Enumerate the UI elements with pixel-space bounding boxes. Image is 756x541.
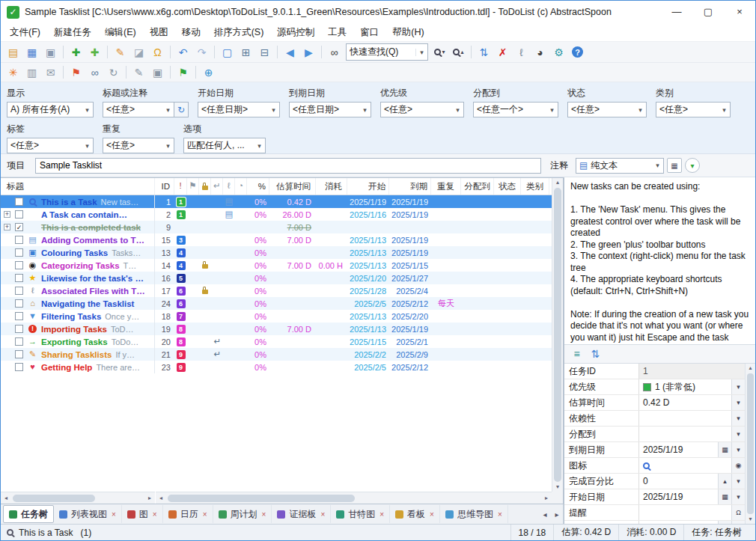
task-row[interactable]: ▤Adding Comments to T…1530%7.00 D2025/1/… — [1, 233, 552, 246]
new-task-below-button[interactable]: ✳ — [4, 64, 22, 80]
help-button[interactable]: ? — [569, 44, 586, 60]
start-date-calendar-button[interactable]: ▦ — [718, 489, 731, 504]
task-row[interactable]: →Exporting TasksToDo…208↵0%2025/1/152025… — [1, 335, 552, 348]
comments-format-combo[interactable]: ▤ 纯文本 ▾ — [576, 158, 664, 174]
group-attributes-button[interactable]: ≡ — [568, 346, 585, 362]
track-time-button[interactable]: ◕ — [531, 44, 549, 60]
task-checkbox[interactable] — [15, 287, 23, 295]
set-category-button[interactable]: ⚑ — [174, 64, 192, 80]
priority-dropdown-button[interactable]: ▾ — [731, 379, 745, 394]
column-header-spent[interactable]: 消耗 — [316, 178, 347, 195]
collapse-tasks-button[interactable]: ⊟ — [256, 44, 273, 60]
save-tasklist-button[interactable]: ▦ — [23, 44, 40, 60]
attribute-value[interactable]: 2025/1/19 — [639, 442, 718, 457]
vertical-scroll-thumb[interactable] — [554, 188, 561, 482]
view-tab-list-view[interactable]: 列表视图× — [54, 505, 122, 523]
column-header-dependency[interactable]: ↵ — [211, 178, 223, 195]
column-header-priority[interactable]: ! — [174, 178, 187, 195]
task-checkbox[interactable] — [15, 198, 23, 206]
horizontal-scroll-thumb[interactable] — [168, 495, 355, 502]
scroll-right-icon[interactable]: ▸ — [144, 494, 155, 503]
menu-item[interactable]: 文件(F) — [3, 24, 47, 41]
column-header-percent[interactable]: % — [247, 178, 269, 195]
new-subtask-button[interactable]: ✚ — [86, 44, 103, 60]
menu-item[interactable]: 窗口 — [353, 24, 385, 41]
link-tasks-button[interactable]: ∞ — [86, 64, 103, 80]
estimate-units-button[interactable]: ▾ — [731, 395, 745, 410]
vertical-scroll-thumb[interactable] — [747, 373, 754, 514]
copy-task-button[interactable]: ▣ — [149, 64, 166, 80]
browse-url-button[interactable]: ⊕ — [200, 64, 217, 80]
close-tab-icon[interactable]: × — [379, 510, 384, 519]
task-row[interactable]: +A Task can contain…21▤0%26.00 D2025/1/1… — [1, 208, 552, 221]
scroll-down-icon[interactable]: ▾ — [552, 483, 563, 492]
task-row[interactable]: ℓAssociated Files with T…1760%2025/1/282… — [1, 284, 552, 297]
task-checkbox[interactable] — [15, 248, 23, 257]
attributes-scrollbar[interactable]: ▴ ▾ — [745, 364, 755, 524]
maximize-button[interactable]: ▢ — [692, 1, 724, 23]
view-tab-mind-map[interactable]: 思维导图× — [440, 505, 508, 523]
menu-item[interactable]: 移动 — [175, 24, 207, 41]
task-row[interactable]: ▣Colouring TasksTasks…1340%2025/1/132025… — [1, 246, 552, 259]
undo-button[interactable]: ↶ — [174, 44, 192, 60]
expand-toggle[interactable]: + — [4, 224, 10, 230]
column-header-filelink[interactable]: ℓ — [223, 178, 235, 195]
task-row[interactable]: ⌂Navigating the Tasklist2460%2025/2/5202… — [1, 297, 552, 310]
collapse-comments-button[interactable]: ▾ — [685, 158, 700, 173]
filter-combo[interactable]: <任意>▾ — [103, 138, 174, 153]
comments-text[interactable]: New tasks can be created using: 1. The '… — [564, 177, 755, 345]
scroll-up-icon[interactable]: ▴ — [552, 178, 563, 187]
task-row[interactable]: ★Likewise for the task's …1650%2025/1/20… — [1, 272, 552, 284]
filter-combo[interactable]: <任意>▾ — [656, 102, 731, 117]
tasklist-vertical-scrollbar[interactable]: ▴ ▾ — [552, 178, 563, 492]
column-header-repeat[interactable]: 重复 — [431, 178, 461, 195]
spellcheck-button[interactable]: ✎ — [130, 64, 147, 80]
filter-combo[interactable]: <任意日期>▾ — [289, 102, 371, 117]
analyse-recurrence-button[interactable]: ↻ — [105, 64, 122, 80]
view-tab-task-tree[interactable]: 任务树 — [3, 505, 54, 523]
filter-combo[interactable]: A) 所有任务(A)▾ — [7, 102, 94, 117]
filter-combo[interactable]: 匹配任何人, ...▾ — [183, 138, 266, 153]
scroll-right-icon[interactable]: ▸ — [541, 494, 552, 503]
due-date-dropdown-button[interactable]: ▾ — [731, 442, 745, 457]
close-tab-icon[interactable]: × — [153, 510, 157, 519]
delete-task-button[interactable]: ✗ — [494, 44, 511, 60]
tree-horizontal-scrollbar[interactable]: ◂ ▸ — [1, 492, 155, 504]
filter-combo[interactable]: <任意日期>▾ — [198, 102, 280, 117]
task-checkbox[interactable] — [15, 299, 23, 308]
expand-tasks-button[interactable]: ⊞ — [237, 44, 254, 60]
new-task-button[interactable]: ✚ — [67, 44, 85, 60]
task-checkbox[interactable] — [15, 261, 23, 269]
task-checkbox[interactable] — [15, 236, 23, 244]
close-button[interactable]: × — [724, 1, 755, 23]
column-header-assigned[interactable]: 分配到 — [461, 178, 494, 195]
attribute-value[interactable]: ▤ doors.ic — [639, 521, 718, 524]
scroll-left-icon[interactable]: ◂ — [1, 494, 11, 503]
filter-combo[interactable]: <任意>▾ — [103, 102, 174, 117]
close-tab-icon[interactable]: × — [262, 510, 266, 519]
scroll-left-icon[interactable]: ◂ — [156, 494, 166, 503]
edit-task-title-button[interactable]: ✎ — [112, 44, 129, 60]
goto-prev-task-button[interactable]: ◀ — [281, 44, 299, 60]
menu-item[interactable]: 工具 — [321, 24, 353, 41]
menu-item[interactable]: 视图 — [143, 24, 175, 41]
close-tab-icon[interactable]: × — [112, 510, 116, 519]
minimize-button[interactable]: — — [661, 1, 692, 23]
chevron-down-icon[interactable]: ▾ — [415, 49, 427, 56]
task-checkbox[interactable] — [15, 210, 23, 218]
close-tab-icon[interactable]: × — [320, 510, 325, 519]
menu-item[interactable]: 源码控制 — [270, 24, 321, 41]
filter-combo[interactable]: <任意>▾ — [7, 138, 94, 153]
scroll-up-icon[interactable]: ▴ — [746, 364, 755, 373]
comments-layout-button[interactable]: ▦ — [667, 158, 682, 173]
menu-item[interactable]: 排序方式(S) — [207, 24, 271, 41]
sort-attributes-button[interactable]: ⇅ — [587, 346, 604, 362]
attribute-value[interactable] — [639, 427, 731, 441]
attribute-value[interactable] — [639, 458, 731, 473]
columns-horizontal-scrollbar[interactable]: ◂ ▸ — [156, 492, 552, 504]
task-checkbox[interactable] — [15, 325, 23, 333]
column-header-status[interactable]: 状态 — [494, 178, 521, 195]
task-row[interactable]: +✓This is a completed task97.00 D — [1, 221, 552, 233]
filelink-browse-button[interactable]: ▾ — [731, 521, 745, 524]
expand-toggle[interactable]: + — [4, 211, 10, 218]
